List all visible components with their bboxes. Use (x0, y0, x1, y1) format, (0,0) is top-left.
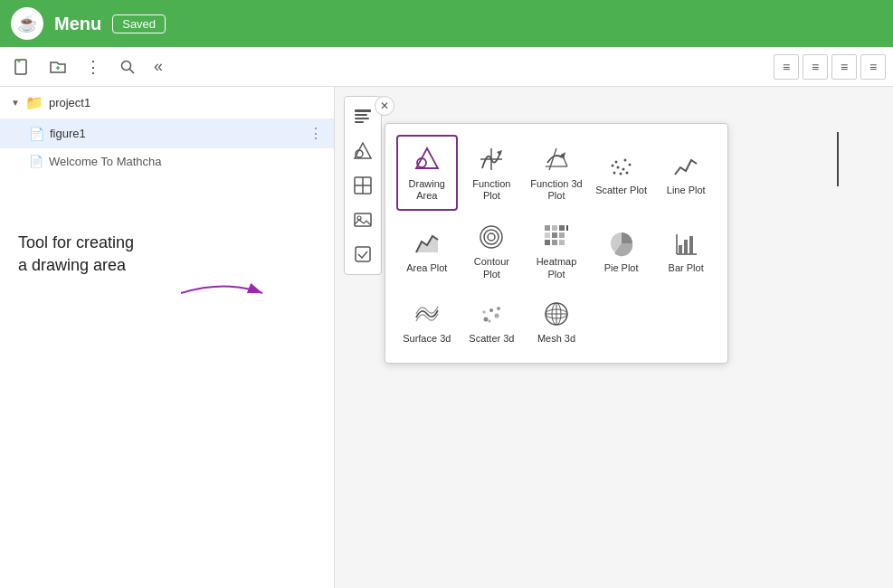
svg-point-58 (484, 317, 489, 321)
line-plot-label: Line Plot (667, 185, 706, 196)
svg-rect-19 (356, 247, 370, 261)
sidebar-project: ▼ 📁 project1 (0, 87, 334, 119)
function-plot-label: Function Plot (465, 178, 519, 202)
svg-point-34 (628, 163, 631, 166)
plot-item-mesh-3d[interactable]: Mesh 3d (526, 291, 587, 352)
checkbox-tool-button[interactable] (347, 238, 379, 270)
new-file-button[interactable] (7, 54, 36, 80)
shapes-tool-button[interactable] (347, 135, 379, 167)
svg-rect-46 (545, 232, 550, 238)
vertical-toolbar (344, 96, 382, 275)
plot-grid: Drawing Area Function Plot (396, 135, 717, 352)
contour-plot-icon (476, 222, 507, 252)
logo-icon: ☕ (11, 7, 43, 40)
plot-item-pie-plot[interactable]: Pie Plot (591, 214, 652, 287)
heatmap-plot-label: Heatmap Plot (529, 256, 584, 280)
svg-rect-42 (545, 225, 550, 231)
function-3d-plot-icon (541, 144, 572, 175)
svg-rect-48 (559, 232, 565, 238)
svg-rect-17 (355, 213, 371, 226)
item-more-icon[interactable]: ⋮ (309, 125, 323, 142)
sidebar-item-figure1[interactable]: 📄 figure1 ⋮ (0, 119, 334, 148)
annotation-arrow (181, 275, 271, 311)
plot-item-heatmap-plot[interactable]: Heatmap Plot (526, 214, 587, 287)
svg-rect-45 (566, 225, 568, 231)
align-justify-button[interactable]: ≡ (860, 54, 886, 80)
svg-rect-56 (684, 240, 688, 254)
align-center-button[interactable]: ≡ (803, 54, 828, 80)
heatmap-plot-icon (541, 222, 572, 252)
area-plot-label: Area Plot (406, 262, 447, 274)
svg-point-63 (489, 319, 491, 322)
plot-item-scatter-3d[interactable]: Scatter 3d (461, 291, 523, 352)
plot-item-line-plot[interactable]: Line Plot (655, 135, 717, 211)
plot-item-function-plot[interactable]: Function Plot (461, 135, 523, 211)
svg-rect-10 (355, 118, 369, 119)
surface-3d-label: Surface 3d (403, 333, 451, 345)
contour-plot-label: Contour Plot (465, 256, 519, 280)
svg-point-37 (611, 164, 613, 166)
scatter-3d-label: Scatter 3d (469, 333, 514, 345)
svg-point-29 (613, 171, 615, 174)
scatter-plot-icon (606, 150, 637, 181)
plot-popup: Drawing Area Function Plot (385, 123, 728, 364)
svg-rect-49 (545, 240, 550, 245)
sidebar: ▼ 📁 project1 📄 figure1 ⋮ 📄 Welcome To Ma… (0, 87, 335, 588)
svg-rect-51 (559, 240, 565, 245)
sidebar-item-welcome[interactable]: 📄 Welcome To Mathcha (0, 148, 334, 175)
svg-marker-28 (560, 152, 565, 159)
svg-point-60 (495, 313, 499, 318)
plot-item-drawing-area[interactable]: Drawing Area (396, 135, 458, 211)
plot-item-area-plot[interactable]: Area Plot (396, 214, 458, 287)
right-tools: ≡ ≡ ≡ ≡ (774, 54, 886, 80)
plot-item-contour-plot[interactable]: Contour Plot (461, 214, 523, 287)
annotation-area: Tool for creating a drawing area (18, 232, 290, 277)
scatter-plot-label: Scatter Plot (595, 185, 647, 196)
welcome-file-icon: 📄 (29, 155, 43, 168)
svg-rect-44 (559, 225, 565, 231)
file-icon: 📄 (29, 127, 44, 141)
plot-item-function-3d-plot[interactable]: Function 3d Plot (526, 135, 587, 211)
saved-button[interactable]: Saved (112, 14, 166, 33)
svg-rect-8 (355, 109, 371, 112)
mesh-3d-label: Mesh 3d (537, 333, 575, 345)
toolbar-row: ⋮ « ≡ ≡ ≡ ≡ (0, 47, 893, 87)
project-folder-icon: 📁 (25, 94, 43, 111)
line-plot-icon (670, 150, 701, 181)
search-button[interactable] (114, 55, 141, 79)
svg-rect-9 (355, 114, 367, 116)
svg-rect-55 (679, 245, 682, 254)
bar-plot-icon (670, 228, 701, 259)
close-popup-button[interactable]: ✕ (375, 96, 394, 116)
top-bar: ☕ Menu Saved (0, 0, 893, 47)
svg-point-36 (619, 172, 622, 175)
new-folder-button[interactable] (43, 54, 72, 80)
align-right-button[interactable]: ≡ (831, 54, 857, 80)
table-tool-button[interactable] (347, 169, 379, 202)
sidebar-item-label-figure1: figure1 (50, 127, 86, 140)
svg-point-33 (623, 158, 626, 161)
image-tool-button[interactable] (347, 204, 379, 236)
svg-point-32 (622, 167, 624, 170)
cursor-line (837, 132, 839, 186)
svg-rect-43 (552, 225, 557, 231)
main-layout: ▼ 📁 project1 📄 figure1 ⋮ 📄 Welcome To Ma… (0, 87, 893, 588)
align-left-button[interactable]: ≡ (774, 54, 799, 80)
more-options-button[interactable]: ⋮ (80, 53, 107, 81)
svg-rect-0 (15, 60, 26, 74)
collapse-button[interactable]: « (148, 53, 168, 80)
surface-3d-icon (412, 299, 442, 329)
svg-line-6 (129, 69, 134, 73)
drawing-area-icon (412, 144, 442, 175)
mesh-3d-icon (541, 299, 572, 329)
menu-label: Menu (54, 14, 101, 34)
plot-item-bar-plot[interactable]: Bar Plot (655, 214, 717, 287)
pie-plot-icon (606, 228, 637, 259)
svg-rect-50 (552, 240, 557, 245)
svg-point-35 (625, 171, 628, 174)
plot-item-surface-3d[interactable]: Surface 3d (396, 291, 458, 352)
bar-plot-label: Bar Plot (669, 262, 704, 274)
svg-point-61 (483, 310, 487, 314)
plot-item-scatter-plot[interactable]: Scatter Plot (591, 135, 652, 211)
function-3d-plot-label: Function 3d Plot (529, 178, 584, 202)
